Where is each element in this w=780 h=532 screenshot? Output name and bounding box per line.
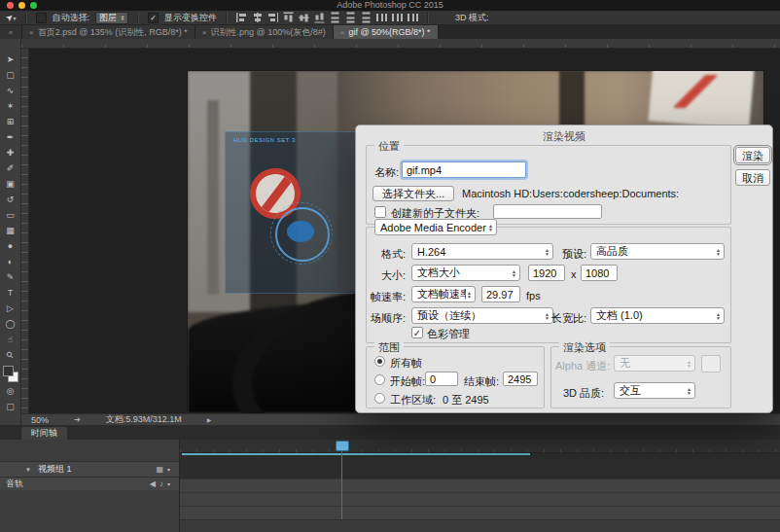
fps-input[interactable] — [481, 286, 520, 302]
tab-document-3-active[interactable]: × gif @ 50%(RGB/8*) * — [334, 25, 439, 39]
collapse-group-icon[interactable]: ▼ — [25, 467, 31, 473]
align-bottom-edges-icon[interactable] — [315, 13, 325, 23]
show-transform-label: 显示变换控件 — [164, 12, 217, 24]
align-horizontal-centers-icon[interactable] — [252, 13, 263, 22]
start-frame-label: 开始帧: — [390, 374, 425, 389]
distribute-vertical-centers-icon[interactable] — [346, 13, 356, 23]
field-order-select[interactable]: 预设（连续） — [411, 307, 553, 324]
color-manage-checkbox[interactable] — [411, 327, 423, 338]
preset-select[interactable]: 高品质 — [590, 243, 725, 260]
preset-label: 预设: — [555, 247, 586, 262]
close-icon[interactable]: × — [202, 28, 207, 37]
distribute-bottom-edges-icon[interactable] — [362, 13, 372, 23]
brush-tool[interactable]: ✐ — [0, 160, 20, 176]
blur-tool[interactable]: ● — [0, 238, 20, 254]
format-label: 格式: — [367, 247, 406, 262]
magic-wand-tool-icon: ✶ — [7, 101, 15, 111]
field-order-label: 场顺序: — [363, 311, 406, 326]
tab-document-1[interactable]: × 首页2.psd @ 135% (识别性, RGB/8*) * — [22, 25, 195, 39]
aspect-value: 文档 (1.0) — [596, 308, 715, 323]
distribute-right-edges-icon[interactable] — [408, 13, 418, 22]
framerate-select[interactable]: 文档帧速率 — [411, 286, 476, 302]
quick-mask-button[interactable]: ◎ — [0, 383, 20, 399]
height-input[interactable] — [581, 265, 618, 281]
alpha-channel-label: Alpha 通道: — [555, 359, 610, 373]
spot-healing-brush-tool[interactable]: ✚ — [0, 145, 20, 160]
zoom-level[interactable]: 50% — [31, 415, 49, 425]
chevron-down-icon[interactable]: ▾ — [167, 466, 170, 473]
hand-tool[interactable]: ☝ — [0, 332, 20, 347]
lasso-tool[interactable]: ∿ — [0, 83, 20, 98]
size-select[interactable]: 文档大小 — [411, 265, 520, 281]
all-frames-radio[interactable] — [374, 356, 385, 367]
align-left-edges-icon[interactable] — [236, 13, 247, 22]
track-filmstrip-icon[interactable]: ▦ — [156, 465, 163, 474]
status-menu-arrow-icon[interactable]: ▶ — [207, 416, 212, 423]
color-swatches[interactable] — [3, 366, 18, 382]
distribute-horizontal-centers-icon[interactable] — [392, 13, 403, 22]
format-select[interactable]: H.264 — [411, 243, 553, 260]
eraser-tool[interactable]: ▭ — [0, 207, 20, 223]
timeline-panel-tab[interactable]: 时间轴 — [21, 427, 67, 440]
work-area-radio[interactable] — [374, 393, 385, 404]
tab-document-2[interactable]: × 识别性.png @ 100%(灰色/8#) — [195, 25, 334, 39]
auto-select-target-select[interactable]: 图层 — [95, 12, 128, 24]
collapse-panel-chevron-icon[interactable]: « — [0, 25, 22, 39]
subfolder-name-input[interactable] — [493, 204, 602, 219]
timeline-time-ruler[interactable] — [180, 440, 780, 453]
move-tool[interactable]: ➤ — [0, 52, 20, 67]
divider — [137, 13, 139, 23]
choose-folder-button[interactable]: 选择文件夹... — [372, 186, 454, 201]
history-brush-tool[interactable]: ↺ — [0, 192, 20, 207]
encoder-select[interactable]: Adobe Media Encoder — [374, 219, 497, 235]
show-transform-checkbox[interactable]: ✓ — [148, 13, 159, 23]
rectangular-marquee-tool[interactable]: ▢ — [0, 67, 20, 83]
speaker-icon[interactable]: ◀ — [150, 479, 156, 488]
chevron-down-icon[interactable]: ▾ — [167, 480, 170, 487]
music-note-icon[interactable]: ♪ — [160, 479, 163, 488]
end-frame-input[interactable] — [503, 372, 538, 386]
magic-wand-tool[interactable]: ✶ — [0, 98, 20, 114]
align-right-edges-icon[interactable] — [267, 13, 278, 22]
align-top-edges-icon[interactable] — [284, 13, 294, 23]
foreground-color-swatch[interactable] — [3, 366, 14, 376]
align-icons — [236, 13, 418, 22]
auto-select-checkbox[interactable] — [36, 13, 47, 23]
3d-quality-select[interactable]: 交互 — [614, 382, 695, 399]
zoom-tool[interactable]: ⚲ — [0, 347, 20, 363]
ellipse-shape-tool[interactable]: ◯ — [0, 316, 20, 332]
create-subfolder-checkbox[interactable] — [374, 206, 386, 218]
folder-path: Macintosh HD:Users:codersheep:Documents: — [462, 188, 679, 199]
video-track-clips — [180, 453, 780, 479]
render-button[interactable]: 渲染 — [735, 147, 770, 163]
distribute-top-edges-icon[interactable] — [331, 13, 340, 23]
brush-tool-icon: ✐ — [7, 163, 15, 173]
work-area-indicator[interactable] — [182, 453, 530, 455]
playhead-handle[interactable] — [336, 441, 349, 451]
divider — [226, 13, 228, 23]
start-frame-input[interactable] — [425, 372, 458, 386]
type-tool[interactable]: T — [0, 285, 20, 301]
dodge-tool[interactable]: ◐ — [0, 254, 20, 269]
close-icon[interactable]: × — [340, 28, 345, 37]
crop-tool[interactable]: ⊞ — [0, 114, 20, 129]
clone-stamp-tool[interactable]: ▣ — [0, 176, 20, 192]
select-arrows-icon — [686, 387, 692, 395]
screen-mode-button[interactable]: ▢ — [0, 399, 20, 414]
cancel-button[interactable]: 取消 — [735, 169, 770, 186]
distribute-left-edges-icon[interactable] — [376, 13, 387, 22]
pen-tool[interactable]: ✎ — [0, 269, 20, 285]
select-arrows-icon — [466, 291, 473, 299]
path-selection-tool[interactable]: ▷ — [0, 301, 20, 316]
gradient-tool[interactable]: ▦ — [0, 223, 20, 238]
align-vertical-centers-icon[interactable] — [300, 13, 309, 23]
video-group-row[interactable]: ▼ 视频组 1 ▦ ▾ — [0, 462, 179, 478]
eyedropper-tool[interactable]: ✒ — [0, 129, 20, 145]
width-input[interactable] — [528, 265, 565, 281]
name-input[interactable] — [402, 161, 526, 178]
audio-track-row[interactable]: 音轨 ◀ ♪ ▾ — [0, 478, 179, 490]
range-section: 范围 所有帧 开始帧: 结束帧: 工作区域: 0 至 2495 — [366, 346, 545, 408]
close-icon[interactable]: × — [29, 28, 34, 37]
start-frame-radio[interactable] — [374, 374, 385, 385]
aspect-select[interactable]: 文档 (1.0) — [590, 307, 725, 324]
